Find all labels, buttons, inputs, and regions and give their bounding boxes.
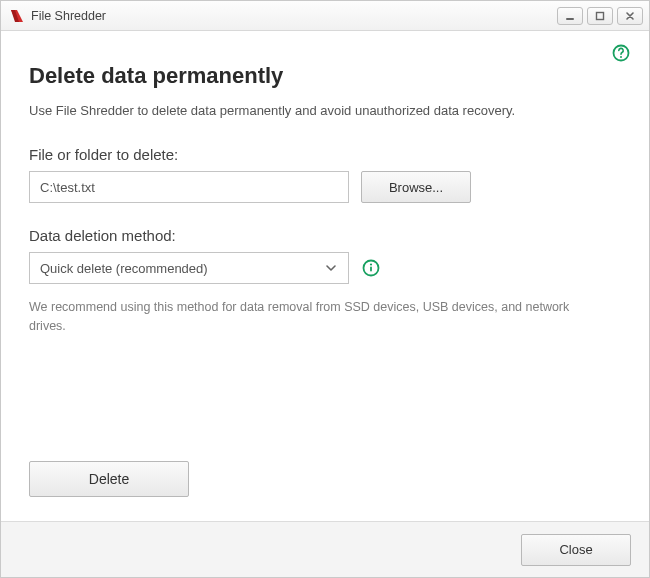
footer: Close [1, 521, 649, 577]
file-row: Browse... [29, 171, 621, 203]
minimize-button[interactable] [557, 7, 583, 25]
svg-point-7 [370, 263, 372, 265]
method-recommendation: We recommend using this method for data … [29, 298, 609, 336]
info-icon[interactable] [361, 258, 381, 278]
svg-rect-8 [370, 267, 372, 272]
svg-rect-2 [566, 18, 574, 20]
action-area: Delete [29, 461, 621, 511]
page-description: Use File Shredder to delete data permane… [29, 103, 621, 118]
file-path-input[interactable] [29, 171, 349, 203]
close-window-button[interactable] [617, 7, 643, 25]
content-area: Delete data permanently Use File Shredde… [1, 31, 649, 521]
app-window: File Shredder Delete data permanently Us… [0, 0, 650, 578]
close-button[interactable]: Close [521, 534, 631, 566]
help-icon[interactable] [611, 43, 631, 63]
browse-button[interactable]: Browse... [361, 171, 471, 203]
maximize-button[interactable] [587, 7, 613, 25]
titlebar: File Shredder [1, 1, 649, 31]
method-selected-value: Quick delete (recommended) [40, 261, 208, 276]
file-field-label: File or folder to delete: [29, 146, 621, 163]
chevron-down-icon [324, 261, 338, 275]
method-field-label: Data deletion method: [29, 227, 621, 244]
app-icon [9, 8, 25, 24]
page-title: Delete data permanently [29, 63, 621, 89]
window-title: File Shredder [31, 9, 106, 23]
delete-button[interactable]: Delete [29, 461, 189, 497]
method-row: Quick delete (recommended) [29, 252, 621, 284]
svg-point-5 [620, 56, 622, 58]
svg-rect-3 [597, 12, 604, 19]
method-select[interactable]: Quick delete (recommended) [29, 252, 349, 284]
